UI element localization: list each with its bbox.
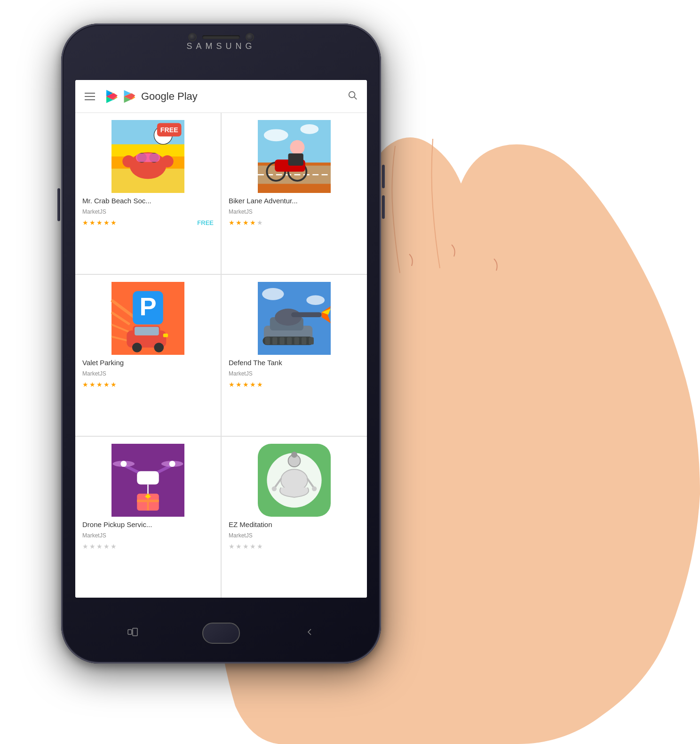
app-card-crab[interactable]: FREE Mr. Crab Beach Soc... MarketJS ★★★★…: [75, 113, 221, 274]
star-4: ★: [111, 219, 117, 226]
app-name-meditation: EZ Meditation: [229, 520, 360, 528]
app-developer-drone: MarketJS: [82, 532, 214, 539]
camera-area: [188, 33, 254, 41]
svg-point-74: [120, 461, 127, 467]
svg-rect-66: [294, 337, 299, 345]
app-name-parking: Valet Parking: [82, 359, 214, 367]
star-4: ★: [111, 543, 117, 550]
recent-apps-button[interactable]: [127, 626, 138, 640]
svg-point-53: [262, 288, 284, 300]
svg-point-22: [161, 155, 174, 168]
volume-down[interactable]: [382, 195, 385, 219]
app-stars-biker: ★★★★★: [229, 219, 263, 226]
phone: SAMSUNG: [61, 24, 381, 664]
star-3: ★: [103, 543, 110, 550]
app-card-meditation[interactable]: EZ Meditation MarketJS ★★★★★: [222, 437, 367, 598]
app-icon-drone: [82, 444, 214, 517]
svg-line-13: [354, 97, 357, 99]
svg-rect-25: [136, 153, 160, 162]
star-0: ★: [229, 543, 235, 550]
svg-point-89: [272, 486, 277, 491]
app-name-drone: Drone Pickup Servic...: [82, 520, 214, 528]
app-stars-drone: ★★★★★: [82, 543, 117, 550]
star-3: ★: [250, 543, 256, 550]
star-3: ★: [250, 219, 256, 226]
app-grid: FREE Mr. Crab Beach Soc... MarketJS ★★★★…: [75, 113, 367, 598]
header-left: Google Play: [85, 89, 198, 104]
star-4: ★: [257, 219, 263, 226]
play-logo-icon: [104, 89, 119, 104]
svg-point-54: [306, 295, 325, 305]
svg-rect-51: [163, 334, 168, 337]
svg-point-21: [122, 155, 135, 168]
app-developer-parking: MarketJS: [82, 370, 214, 377]
svg-rect-63: [272, 337, 277, 345]
app-icon-crab: FREE: [82, 120, 214, 193]
svg-point-37: [264, 129, 288, 141]
svg-rect-67: [302, 337, 306, 345]
app-stars-crab: ★★★★★: [82, 219, 117, 226]
back-button[interactable]: [304, 626, 315, 640]
app-card-drone[interactable]: Drone Pickup Servic... MarketJS ★★★★★: [75, 437, 221, 598]
app-stars-parking: ★★★★★: [82, 381, 117, 388]
hamburger-line-2: [85, 96, 95, 97]
svg-rect-48: [135, 327, 159, 336]
star-2: ★: [243, 219, 249, 226]
app-footer-crab: ★★★★★ FREE: [82, 219, 214, 226]
app-stars-tank: ★★★★★: [229, 381, 263, 388]
svg-rect-62: [265, 337, 270, 345]
phone-body: SAMSUNG: [61, 24, 381, 664]
app-stars-meditation: ★★★★★: [229, 543, 263, 550]
svg-text:FREE: FREE: [160, 126, 178, 134]
star-2: ★: [243, 381, 249, 388]
screen-content: Google Play: [75, 80, 367, 598]
star-2: ★: [96, 543, 103, 550]
star-0: ★: [229, 219, 235, 226]
star-0: ★: [82, 219, 88, 226]
svg-point-50: [154, 343, 164, 352]
star-1: ★: [89, 381, 95, 388]
star-1: ★: [89, 219, 95, 226]
app-footer-parking: ★★★★★: [82, 381, 214, 388]
svg-text:P: P: [139, 292, 156, 320]
star-2: ★: [96, 219, 103, 226]
star-1: ★: [236, 219, 242, 226]
speaker-grille: [202, 35, 240, 39]
home-button[interactable]: [202, 623, 240, 644]
app-card-tank[interactable]: Defend The Tank MarketJS ★★★★★: [222, 275, 367, 436]
svg-rect-65: [287, 337, 292, 345]
app-footer-meditation: ★★★★★: [229, 543, 360, 550]
svg-point-12: [349, 91, 355, 97]
play-icon-detailed: [123, 89, 137, 104]
star-4: ★: [257, 543, 263, 550]
svg-rect-58: [291, 312, 322, 317]
price-badge: FREE: [197, 219, 214, 226]
bottom-nav: [127, 623, 315, 644]
star-4: ★: [257, 381, 263, 388]
scene: SAMSUNG: [0, 0, 700, 744]
app-card-biker[interactable]: Biker Lane Adventur... MarketJS ★★★★★: [222, 113, 367, 274]
star-3: ★: [103, 219, 110, 226]
volume-buttons[interactable]: [382, 165, 385, 219]
app-header: Google Play: [75, 80, 367, 113]
star-0: ★: [229, 381, 235, 388]
star-3: ★: [250, 381, 256, 388]
star-2: ★: [96, 381, 103, 388]
app-icon-tank: [229, 282, 360, 355]
svg-rect-94: [128, 630, 132, 634]
hamburger-menu[interactable]: [85, 93, 95, 100]
search-button[interactable]: [347, 90, 358, 103]
star-1: ★: [89, 543, 95, 550]
app-icon-biker: [229, 120, 360, 193]
app-card-parking[interactable]: P Valet Parking MarketJS ★★★★★: [75, 275, 221, 436]
power-button[interactable]: [57, 188, 60, 221]
star-0: ★: [82, 381, 88, 388]
svg-rect-64: [280, 337, 285, 345]
svg-point-75: [169, 461, 175, 467]
volume-up[interactable]: [382, 165, 385, 188]
app-developer-crab: MarketJS: [82, 208, 214, 215]
star-0: ★: [82, 543, 88, 550]
hamburger-line-1: [85, 93, 95, 94]
svg-rect-76: [137, 471, 159, 484]
app-developer-biker: MarketJS: [229, 208, 360, 215]
